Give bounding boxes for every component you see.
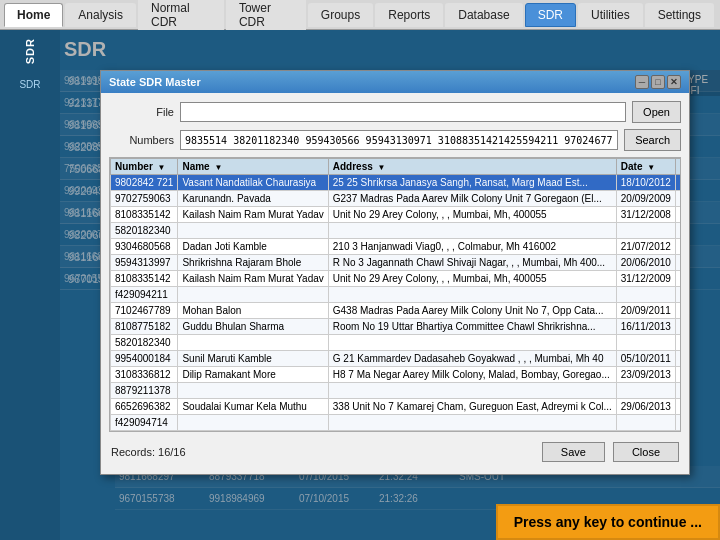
cell-name: [178, 415, 328, 431]
nav-tab-tower-cdr[interactable]: Tower CDR: [226, 0, 306, 34]
cell-circle: [675, 223, 681, 239]
cell-number: f429094211: [111, 287, 178, 303]
cell-date: 05/10/2011: [616, 351, 675, 367]
cell-circle: [675, 287, 681, 303]
search-button[interactable]: Search: [624, 129, 681, 151]
modal-body: File Open Numbers Search: [101, 93, 689, 474]
cell-name: Vasant Nandatilak Chaurasiya: [178, 175, 328, 191]
cell-date: 23/09/2013: [616, 367, 675, 383]
cell-circle: Mumbai: [675, 207, 681, 223]
file-input[interactable]: [180, 102, 626, 122]
table-row[interactable]: 8879211378: [111, 383, 682, 399]
cell-number: 5820182340: [111, 335, 178, 351]
cell-name: [178, 335, 328, 351]
cell-number: 8879211378: [111, 383, 178, 399]
file-row: File Open: [109, 101, 681, 123]
cell-number: 8108775182: [111, 319, 178, 335]
center-content: SDR 9819198 9213177 9819699 9820895 7506…: [60, 30, 720, 540]
open-button[interactable]: Open: [632, 101, 681, 123]
nav-tab-analysis[interactable]: Analysis: [65, 3, 136, 27]
col-number: Number ▼: [111, 159, 178, 175]
cell-address: G237 Madras Pada Aarev Milk Colony Unit …: [328, 191, 616, 207]
cell-date: [616, 335, 675, 351]
table-row[interactable]: 6652696382Soudalai Kumar Kela Muthu338 U…: [111, 399, 682, 415]
save-button[interactable]: Save: [542, 442, 605, 462]
nav-tab-home[interactable]: Home: [4, 3, 63, 27]
cell-address: G 21 Kammardev Dadasaheb Goyakwad , , , …: [328, 351, 616, 367]
cell-name: [178, 287, 328, 303]
cell-circle: Mumbai: [675, 191, 681, 207]
main-area: SDR SDR SDR 9819198 9213177 9819699 9820…: [0, 30, 720, 540]
state-sdr-master-modal: State SDR Master ─ □ ✕ File Open: [100, 70, 690, 475]
cell-name: Mohan Balon: [178, 303, 328, 319]
file-label: File: [109, 106, 174, 118]
cell-name: Kailash Naim Ram Murat Yadav: [178, 271, 328, 287]
numbers-input[interactable]: [180, 130, 618, 150]
modal-close-button[interactable]: ✕: [667, 75, 681, 89]
col-date: Date ▼: [616, 159, 675, 175]
table-row[interactable]: 3108336812Dilip Ramakant MoreH8 7 Ma Neg…: [111, 367, 682, 383]
cell-date: 31/12/2009: [616, 271, 675, 287]
cell-address: Room No 19 Uttar Bhartiya Committee Chaw…: [328, 319, 616, 335]
cell-date: 29/06/2013: [616, 399, 675, 415]
table-row[interactable]: 9802842 721Vasant Nandatilak Chaurasiya2…: [111, 175, 682, 191]
modal-bottom-bar: Records: 16/16 Save Close: [109, 438, 681, 466]
table-row[interactable]: f429094714: [111, 415, 682, 431]
cell-number: 8108335142: [111, 271, 178, 287]
cell-date: 21/07/2012: [616, 239, 675, 255]
cell-number: 5820182340: [111, 223, 178, 239]
top-navigation: Home Analysis Normal CDR Tower CDR Group…: [0, 0, 720, 30]
table-header-row: Number ▼ Name ▼ Address ▼ Date ▼ Circle: [111, 159, 682, 175]
nav-tab-utilities[interactable]: Utilities: [578, 3, 643, 27]
table-row[interactable]: 7102467789Mohan BalonG438 Madras Pada Aa…: [111, 303, 682, 319]
cell-circle: [675, 415, 681, 431]
table-row[interactable]: f429094211: [111, 287, 682, 303]
modal-maximize-button[interactable]: □: [651, 75, 665, 89]
sidebar-sub-label[interactable]: SDR: [4, 76, 56, 93]
modal-minimize-button[interactable]: ─: [635, 75, 649, 89]
cell-address: 338 Unit No 7 Kamarej Cham, Gureguon Eas…: [328, 399, 616, 415]
table-row[interactable]: 9594313997Shrikrishna Rajaram BholeR No …: [111, 255, 682, 271]
table-row[interactable]: 8108775182Guddu Bhulan SharmaRoom No 19 …: [111, 319, 682, 335]
table-row[interactable]: 9954000184Sunil Maruti KambleG 21 Kammar…: [111, 351, 682, 367]
col-name: Name ▼: [178, 159, 328, 175]
press-any-key-banner: Press any key to continue ...: [496, 504, 720, 540]
col-circle: Circle: [675, 159, 681, 175]
nav-tab-database[interactable]: Database: [445, 3, 522, 27]
cell-number: 3108336812: [111, 367, 178, 383]
table-row[interactable]: 5820182340: [111, 223, 682, 239]
nav-tab-groups[interactable]: Groups: [308, 3, 373, 27]
nav-tab-sdr[interactable]: SDR: [525, 3, 576, 27]
table-row[interactable]: 8108335142Kailash Naim Ram Murat YadavUn…: [111, 207, 682, 223]
modal-titlebar: State SDR Master ─ □ ✕: [101, 71, 689, 93]
table-row[interactable]: 9702759063Karunandn. PavadaG237 Madras P…: [111, 191, 682, 207]
modal-action-buttons: Save Close: [542, 442, 679, 462]
nav-tab-normal-cdr[interactable]: Normal CDR: [138, 0, 224, 34]
cell-number: 7102467789: [111, 303, 178, 319]
address-sort-icon: ▼: [378, 163, 386, 172]
modal-table-scroll[interactable]: Number ▼ Name ▼ Address ▼ Date ▼ Circle …: [109, 157, 681, 432]
modal-title: State SDR Master: [109, 76, 201, 88]
cell-address: G438 Madras Pada Aarey Milk Colony Unit …: [328, 303, 616, 319]
cell-circle: Mumbai: [675, 367, 681, 383]
nav-tab-settings[interactable]: Settings: [645, 3, 714, 27]
table-row[interactable]: 8108335142Kailash Naim Ram Murat YadavUn…: [111, 271, 682, 287]
cell-date: 31/12/2008: [616, 207, 675, 223]
cell-address: Unit No 29 Arey Colony, , , Mumbai, Mh, …: [328, 207, 616, 223]
cell-address: Unit No 29 Arey Colony, , , Mumbai, Mh, …: [328, 271, 616, 287]
table-row[interactable]: 9304680568Dadan Joti Kamble210 3 Hanjanw…: [111, 239, 682, 255]
cell-address: H8 7 Ma Negar Aarey Milk Colony, Malad, …: [328, 367, 616, 383]
modal-close-action-button[interactable]: Close: [613, 442, 679, 462]
cell-name: Kailash Naim Ram Murat Yadav: [178, 207, 328, 223]
numbers-label: Numbers: [109, 134, 174, 146]
nav-tab-reports[interactable]: Reports: [375, 3, 443, 27]
table-row[interactable]: 5820182340: [111, 335, 682, 351]
numbers-row: Numbers Search: [109, 129, 681, 151]
cell-address: [328, 335, 616, 351]
cell-name: [178, 223, 328, 239]
cell-date: 20/09/2009: [616, 191, 675, 207]
cell-address: 25 25 Shrikrsa Janasya Sangh, Ransat, Ma…: [328, 175, 616, 191]
cell-date: [616, 287, 675, 303]
modal-data-table: Number ▼ Name ▼ Address ▼ Date ▼ Circle …: [110, 158, 681, 431]
cell-address: 210 3 Hanjanwadi Viag0, , , Colmabur, Mh…: [328, 239, 616, 255]
